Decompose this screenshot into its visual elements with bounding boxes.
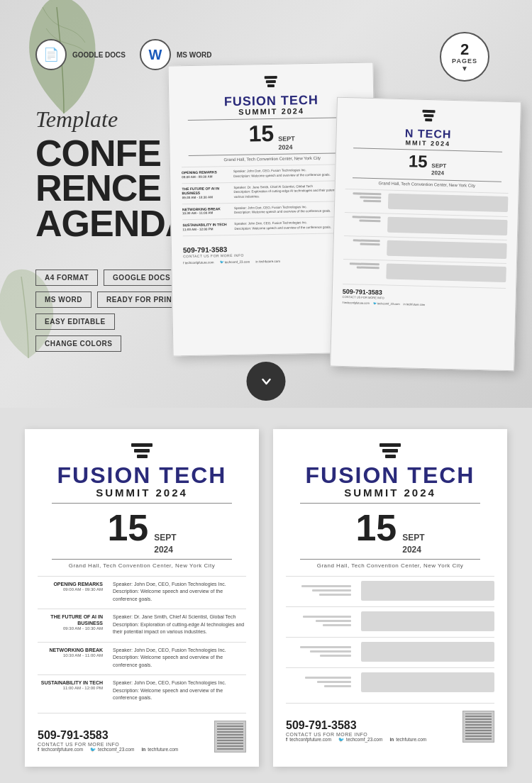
feature-tag-a4: A4 FORMAT (35, 270, 98, 286)
pp2-agenda-placeholder (286, 576, 494, 692)
pp2-social: f techconfpfuture.com 🐦 techcomf_23.com … (286, 737, 426, 743)
conference-agenda-title: CONFE RENCE AGENDA (35, 136, 177, 241)
pp2-logo (286, 443, 494, 458)
chevron-down-icon: ▼ (461, 65, 468, 72)
page-1-preview: FUSION TECH SUMMIT 2024 15 SEPT 2024 Gra… (25, 429, 259, 767)
pp1-footer: 509-791-3583 CONTACT US FOR MORE INFO f … (38, 713, 246, 753)
hero-text-block: Template CONFE RENCE AGENDA (35, 106, 177, 241)
pp1-title-summit: SUMMIT 2024 (38, 487, 246, 499)
document-preview-2: N TECH MMIT 2024 15 SEPT 2024 Grand Hall… (330, 97, 521, 372)
pp2-qr-code (462, 711, 494, 743)
ms-word-label: MS WORD (177, 50, 211, 60)
pp1-agenda: OPENING REMARKS 09:00 AM - 09:30 AM Spea… (38, 576, 246, 702)
scroll-down-button[interactable] (247, 362, 286, 401)
pp1-title-fusion: FUSION TECH (38, 464, 246, 487)
google-docs-badge: 📄 GOODLE DOCS (35, 39, 126, 70)
ms-word-icon: W (140, 39, 171, 70)
feature-tag-msword: MS WORD (35, 291, 92, 308)
feature-tags: A4 FORMAT GOOGLE DOCS MS WORD READY FOR … (35, 270, 192, 352)
pp1-qr-code (214, 721, 246, 753)
pp1-agenda-row-2: THE FUTURE OF AI IN BUSINESS 09:30 AM - … (38, 609, 246, 636)
preview-section: FUSION TECH SUMMIT 2024 15 SEPT 2024 Gra… (0, 408, 532, 783)
pages-badge: 2 PAGES ▼ (440, 32, 489, 82)
hero-section: 📄 GOODLE DOCS W MS WORD 2 PAGES ▼ Templa… (0, 0, 532, 408)
page-2-preview: FUSION TECH SUMMIT 2024 15 SEPT 2024 Gra… (273, 429, 507, 767)
pp1-logo (38, 443, 246, 458)
google-docs-icon: 📄 (35, 39, 67, 70)
feature-tag-colors: CHANGE COLORS (35, 335, 121, 352)
feature-tag-editable: EASY EDITABLE (35, 313, 115, 330)
google-docs-label: GOODLE DOCS (72, 50, 126, 60)
pp2-title-fusion: FUSION TECH (286, 464, 494, 487)
pp2-date-row: 15 SEPT 2024 (286, 509, 494, 556)
doc-logo (180, 74, 362, 93)
pp1-date-row: 15 SEPT 2024 (38, 509, 246, 556)
pp1-agenda-row-3: NETWORKING BREAK 10:30 AM - 11:00 AM Spe… (38, 642, 246, 670)
pp1-agenda-row-4: SUSTAINABILITY IN TECH 11:00 AM - 12:00 … (38, 674, 246, 702)
pp2-footer: 509-791-3583 CONTACT US FOR MORE INFO f … (286, 703, 494, 743)
feature-tag-gdocs: GOOGLE DOCS (104, 270, 179, 286)
pp1-agenda-row-1: OPENING REMARKS 09:00 AM - 09:30 AM Spea… (38, 576, 246, 604)
pp1-social: f techconfpfuture.com 🐦 techcomf_23.com … (38, 747, 178, 753)
pp2-title-summit: SUMMIT 2024 (286, 487, 494, 499)
